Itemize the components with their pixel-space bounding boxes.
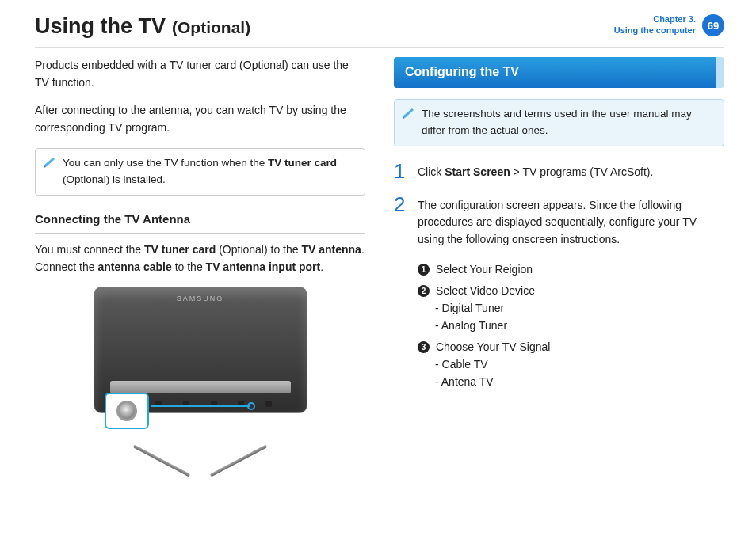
subheading-antenna: Connecting the TV Antenna: [35, 210, 365, 228]
monitor-stand-bar: [110, 381, 291, 393]
intro-paragraph-1: Products embedded with a TV tuner card (…: [35, 57, 365, 91]
chapter-line-1: Chapter 3.: [614, 14, 696, 25]
note-screenshots-text: The screenshots and terms used in the us…: [422, 108, 692, 136]
step-1-body: Click Start Screen > TV programs (TV Arc…: [418, 161, 724, 181]
bullet-3-opt-1: - Cable TV: [418, 356, 724, 374]
page-title: Using the TV: [35, 14, 166, 39]
note-icon: [42, 154, 56, 174]
subheading-divider: [35, 233, 365, 234]
bullet-2-opt-1: - Digital Tuner: [418, 300, 724, 317]
step-2: 2 The configuration screen appears. Sinc…: [394, 194, 724, 249]
callout-line: [151, 405, 250, 407]
page-title-suffix: (Optional): [172, 18, 250, 37]
t7: to the: [172, 260, 206, 273]
t6: antenna cable: [97, 260, 171, 273]
content-columns: Products embedded with a TV tuner card (…: [0, 57, 756, 453]
page-number-badge: 69: [702, 14, 724, 36]
s1b: Start Screen: [445, 165, 510, 178]
s1c: > TV programs (TV ArcSoft).: [510, 165, 654, 178]
monitor-port: [265, 401, 272, 407]
note-box-screenshots: The screenshots and terms used in the us…: [394, 99, 724, 146]
chapter-line-2: Using the computer: [614, 25, 696, 36]
title-wrap: Using the TV (Optional): [35, 14, 250, 39]
note-icon: [401, 105, 415, 125]
monitor-leg-left: [133, 445, 191, 477]
t9: .: [320, 260, 323, 273]
circled-number-2: 2: [418, 285, 430, 297]
step-1: 1 Click Start Screen > TV programs (TV A…: [394, 161, 724, 181]
note-text-suffix: (Optional) is installed.: [63, 173, 166, 185]
section-banner-configuring: Configuring the TV: [394, 57, 724, 88]
monitor-brand-label: SAMSUNG: [94, 294, 307, 305]
note-text-bold: TV tuner card: [268, 157, 337, 169]
t1: You must connect the: [35, 243, 144, 256]
bullet-2: 2 Select Video Device - Digital Tuner - …: [418, 283, 724, 334]
right-column: Configuring the TV The screenshots and t…: [394, 57, 724, 453]
chapter-info: Chapter 3. Using the computer: [614, 14, 696, 36]
t4: TV antenna: [301, 243, 361, 256]
bullet-2-text: Select Video Device: [436, 284, 535, 297]
illustration-monitor-antenna: SAMSUNG: [35, 287, 365, 453]
left-column: Products embedded with a TV tuner card (…: [35, 57, 365, 453]
t2: TV tuner card: [144, 243, 216, 256]
bullet-1: 1 Select Your Reigion: [418, 261, 724, 279]
callout-coax-card: [105, 393, 149, 429]
bullet-1-text: Select Your Reigion: [436, 263, 533, 276]
config-sub-list: 1 Select Your Reigion 2 Select Video Dev…: [394, 261, 724, 391]
t8: TV antenna input port: [206, 260, 321, 273]
step-2-text: The configuration screen appears. Since …: [418, 199, 697, 245]
s1a: Click: [418, 165, 445, 178]
step-2-body: The configuration screen appears. Since …: [418, 194, 724, 249]
step-number-2: 2: [394, 194, 408, 249]
header-right: Chapter 3. Using the computer 69: [614, 14, 724, 36]
bullet-3-opt-2: - Antena TV: [418, 374, 724, 391]
header-divider: [35, 47, 724, 48]
circled-number-3: 3: [418, 341, 430, 353]
intro-paragraph-2: After connecting to the antenna, you can…: [35, 102, 365, 136]
coax-connector-icon: [116, 401, 137, 421]
bullet-2-opt-2: - Analog Tuner: [418, 317, 724, 335]
bullet-3: 3 Choose Your TV Signal - Cable TV - Ant…: [418, 339, 724, 390]
antenna-paragraph: You must connect the TV tuner card (Opti…: [35, 241, 365, 276]
note-box-tuner: You can only use the TV function when th…: [35, 148, 365, 196]
bullet-3-text: Choose Your TV Signal: [436, 340, 551, 353]
t3: (Optional) to the: [216, 243, 301, 256]
step-number-1: 1: [394, 161, 408, 181]
monitor-leg-right: [210, 445, 268, 477]
circled-number-1: 1: [418, 264, 430, 276]
page-header: Using the TV (Optional) Chapter 3. Using…: [0, 0, 756, 47]
note-text-prefix: You can only use the TV function when th…: [63, 157, 268, 169]
